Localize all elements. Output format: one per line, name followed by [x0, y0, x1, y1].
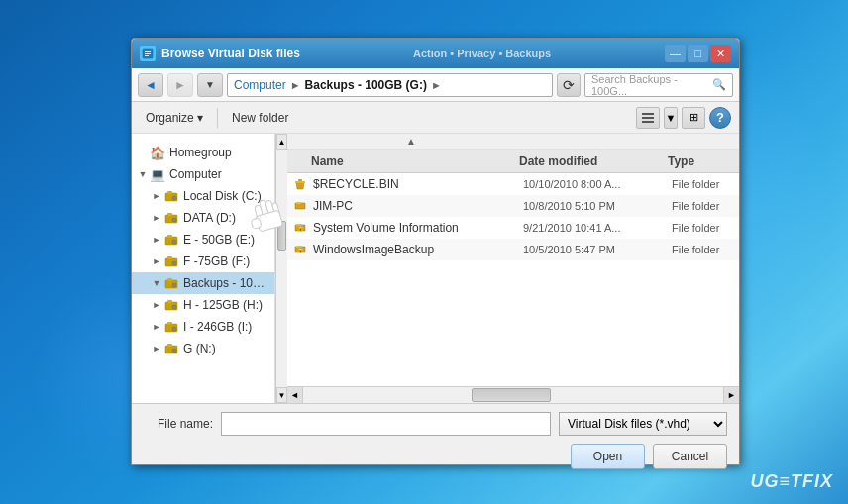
tree-item-h[interactable]: ► H - 125GB (H:) — [132, 294, 274, 316]
homegroup-label: Homegroup — [169, 146, 232, 159]
svg-rect-2 — [145, 53, 151, 54]
dropdown-button[interactable]: ▼ — [197, 73, 223, 97]
h-label: H - 125GB (H:) — [183, 298, 263, 312]
data-d-label: DATA (D:) — [183, 211, 236, 225]
file-row[interactable]: JIM-PC 10/8/2010 5:10 PM File folder — [287, 195, 739, 217]
file-list-header: Name Date modified Type — [287, 150, 739, 173]
search-icon: 🔍 — [712, 78, 726, 91]
h-scrollbar-thumb[interactable] — [472, 388, 551, 402]
title-bar: Browse Virtual Disk files Action • Priva… — [132, 39, 739, 68]
expand-data-d: ► — [150, 211, 163, 225]
svg-point-21 — [172, 283, 176, 287]
i-label: I - 246GB (I:) — [183, 320, 252, 334]
data-d-icon — [163, 210, 179, 226]
svg-rect-29 — [167, 344, 172, 347]
tree-item-data-d[interactable]: ► DATA (D:) — [132, 207, 274, 229]
scroll-up-arrow[interactable]: ▲ — [276, 134, 287, 150]
h-scrollbar[interactable]: ◄ ► — [287, 386, 739, 403]
svg-rect-3 — [145, 55, 149, 56]
address-path[interactable]: Computer ► Backups - 100GB (G:) ► — [227, 73, 553, 97]
scroll-down-arrow[interactable]: ▼ — [276, 387, 287, 403]
system-volume-icon: 🔒 — [291, 219, 309, 237]
forward-button[interactable]: ► — [167, 73, 193, 97]
svg-rect-17 — [167, 256, 172, 259]
view-dropdown-button[interactable]: ▼ — [664, 107, 678, 129]
filename-row: File name: Virtual Disk files (*.vhd) — [144, 412, 727, 436]
file-row[interactable]: 🔒 System Volume Information 9/21/2010 10… — [287, 217, 739, 239]
jim-pc-icon — [291, 197, 309, 215]
file-name-jimpc: JIM-PC — [313, 199, 523, 213]
refresh-button[interactable]: ⟳ — [557, 73, 581, 97]
view-large-button[interactable]: ⊞ — [682, 107, 705, 129]
tree-item-i[interactable]: ► I - 246GB (I:) — [132, 316, 274, 338]
svg-rect-1 — [145, 51, 151, 52]
dialog-title-secondary: Action • Privacy • Backups — [413, 48, 659, 59]
expand-i: ► — [150, 320, 163, 334]
view-details-button[interactable] — [636, 107, 660, 129]
computer-label: Computer — [169, 167, 222, 181]
svg-text:🔒: 🔒 — [296, 223, 305, 232]
backups-icon — [163, 275, 179, 291]
file-date-recycle: 10/10/2010 8:00 A... — [523, 178, 672, 190]
browse-dialog: Browse Virtual Disk files Action • Priva… — [131, 38, 740, 465]
h-scroll-left[interactable]: ◄ — [287, 387, 303, 403]
file-row[interactable]: $RECYCLE.BIN 10/10/2010 8:00 A... File f… — [287, 173, 739, 195]
g-icon — [163, 341, 179, 356]
file-type-backup: File folder — [672, 244, 735, 255]
expand-e: ► — [150, 233, 163, 247]
tree-item-f[interactable]: ► F -75GB (F:) — [132, 251, 274, 272]
toolbar: Organize ▾ New folder ▼ ⊞ ? — [132, 102, 739, 134]
tree-item-computer[interactable]: ▼ 💻 Computer — [132, 163, 274, 185]
expand-computer: ▼ — [136, 167, 150, 181]
file-date-backup: 10/5/2010 5:47 PM — [523, 244, 672, 255]
search-box[interactable]: Search Backups - 100G... 🔍 — [584, 73, 733, 97]
file-list: $RECYCLE.BIN 10/10/2010 8:00 A... File f… — [287, 173, 739, 386]
dialog-title: Browse Virtual Disk files — [161, 47, 407, 60]
h-scroll-right[interactable]: ► — [723, 387, 739, 403]
col-header-date[interactable]: Date modified — [519, 154, 668, 168]
left-scrollbar[interactable]: ▲ ▼ — [275, 134, 287, 403]
file-date-jimpc: 10/8/2010 5:10 PM — [523, 200, 672, 212]
organize-button[interactable]: Organize ▾ — [140, 106, 209, 130]
svg-rect-14 — [167, 235, 172, 238]
new-folder-button[interactable]: New folder — [226, 106, 294, 130]
back-button[interactable]: ◄ — [138, 73, 163, 97]
local-disk-c-label: Local Disk (C:) — [183, 189, 262, 203]
svg-point-15 — [172, 240, 176, 244]
svg-point-27 — [172, 327, 176, 331]
open-button[interactable]: Open — [571, 444, 645, 469]
svg-point-12 — [172, 218, 176, 222]
svg-rect-23 — [167, 300, 172, 303]
app-icon — [140, 46, 156, 61]
help-button[interactable]: ? — [709, 107, 731, 129]
recycle-bin-icon — [291, 175, 309, 193]
main-content: 🏠 Homegroup ▼ 💻 Computer ► Lo — [132, 134, 739, 403]
close-button[interactable]: ✕ — [710, 45, 731, 62]
watermark: UG≡TFIX — [751, 471, 834, 492]
svg-point-30 — [172, 349, 176, 353]
tree-item-e[interactable]: ► E - 50GB (E:) — [132, 229, 274, 251]
file-row[interactable]: 🔒 WindowsImageBackup 10/5/2010 5:47 PM F… — [287, 239, 739, 260]
tree-item-backups[interactable]: ▼ Backups - 100GB — [132, 272, 274, 294]
toolbar-separator — [217, 108, 218, 128]
filetype-select[interactable]: Virtual Disk files (*.vhd) — [559, 412, 727, 436]
cancel-button[interactable]: Cancel — [653, 444, 727, 469]
svg-point-24 — [172, 305, 176, 309]
col-header-name[interactable]: Name — [291, 154, 519, 168]
scrollbar-thumb[interactable] — [277, 221, 286, 251]
maximize-button[interactable]: □ — [688, 45, 708, 62]
col-header-type[interactable]: Type — [668, 154, 735, 168]
h-icon — [163, 297, 179, 313]
computer-icon: 💻 — [150, 166, 165, 182]
minimize-button[interactable]: — — [665, 45, 686, 62]
path-sep-1: ► — [290, 79, 301, 91]
svg-text:🔒: 🔒 — [296, 245, 305, 253]
filename-label: File name: — [144, 417, 213, 431]
tree-item-g[interactable]: ► G (N:) — [132, 338, 274, 359]
tree-item-homegroup[interactable]: 🏠 Homegroup — [132, 142, 274, 163]
tree-item-local-disk-c[interactable]: ► Local Disk (C:) — [132, 185, 274, 207]
filename-input[interactable] — [221, 412, 551, 436]
f-icon — [163, 253, 179, 269]
expand-backups: ▼ — [150, 276, 163, 290]
svg-rect-20 — [167, 278, 172, 281]
